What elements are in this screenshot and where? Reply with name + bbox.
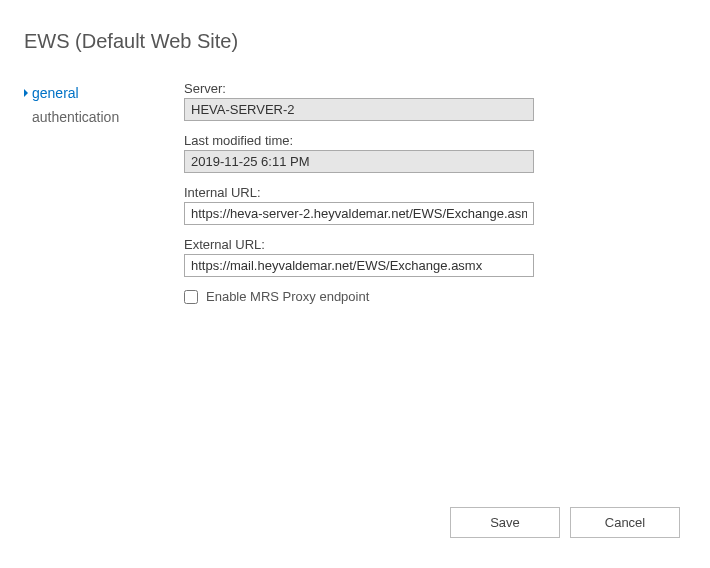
internal-url-field[interactable]	[184, 202, 534, 225]
button-bar: Save Cancel	[450, 507, 680, 538]
sidebar-item-label: general	[32, 85, 79, 101]
internal-url-label: Internal URL:	[184, 185, 574, 200]
server-field	[184, 98, 534, 121]
last-modified-label: Last modified time:	[184, 133, 574, 148]
sidebar-item-general[interactable]: general	[14, 81, 184, 105]
cancel-button[interactable]: Cancel	[570, 507, 680, 538]
mrs-proxy-checkbox[interactable]	[184, 290, 198, 304]
sidebar: general authentication	[14, 81, 184, 304]
sidebar-item-authentication[interactable]: authentication	[14, 105, 184, 129]
save-button[interactable]: Save	[450, 507, 560, 538]
sidebar-item-label: authentication	[32, 109, 119, 125]
chevron-right-icon	[24, 89, 28, 97]
page-title: EWS (Default Web Site)	[0, 0, 710, 53]
external-url-field[interactable]	[184, 254, 534, 277]
form-panel: Server: Last modified time: Internal URL…	[184, 81, 614, 304]
mrs-proxy-label: Enable MRS Proxy endpoint	[206, 289, 369, 304]
server-label: Server:	[184, 81, 574, 96]
last-modified-field	[184, 150, 534, 173]
external-url-label: External URL:	[184, 237, 574, 252]
